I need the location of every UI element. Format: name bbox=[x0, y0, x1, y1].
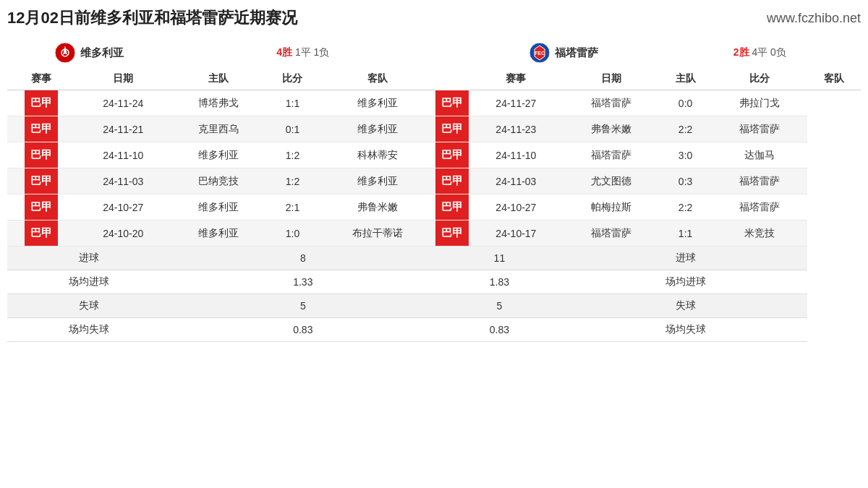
stat-right-label: 进球 bbox=[563, 247, 807, 270]
website-url: www.fczhibo.net bbox=[767, 11, 861, 26]
left-match-home: 维多利亚 bbox=[171, 194, 265, 221]
right-match-away: 福塔雷萨 bbox=[712, 168, 807, 194]
match-row: 巴甲24-11-10维多利亚1:2科林蒂安巴甲24-11-10福塔雷萨3:0达伽… bbox=[7, 142, 861, 168]
right-match-score: 0:0 bbox=[659, 90, 712, 116]
left-col-score: 比分 bbox=[265, 68, 319, 90]
left-event-label: 巴甲 bbox=[25, 221, 58, 246]
match-row: 巴甲24-11-03巴纳竞技1:2维多利亚巴甲24-11-03尤文图德0:3福塔… bbox=[7, 168, 861, 194]
left-match-date: 24-10-27 bbox=[75, 194, 171, 221]
right-match-date: 24-11-27 bbox=[469, 90, 564, 116]
left-record-draw: 1平 bbox=[295, 46, 311, 58]
left-event-badge: 巴甲 bbox=[7, 90, 75, 116]
left-event-label: 巴甲 bbox=[25, 116, 58, 142]
right-team-name: 福塔雷萨 bbox=[555, 46, 598, 60]
left-match-home: 博塔弗戈 bbox=[171, 90, 265, 116]
right-col-away: 客队 bbox=[807, 68, 861, 90]
right-event-label: 巴甲 bbox=[435, 116, 469, 142]
right-col-match: 赛事 bbox=[469, 68, 564, 90]
left-match-home: 巴纳竞技 bbox=[171, 168, 265, 194]
left-record-win: 4胜 bbox=[276, 46, 292, 58]
right-match-away: 达伽马 bbox=[712, 142, 807, 168]
right-event-badge: 巴甲 bbox=[435, 168, 469, 194]
stat-right-label: 失球 bbox=[563, 294, 807, 318]
left-match-away: 科林蒂安 bbox=[319, 142, 435, 168]
right-event-badge: 巴甲 bbox=[435, 221, 469, 247]
right-match-away: 米竞技 bbox=[712, 221, 807, 247]
right-match-score: 3:0 bbox=[659, 142, 712, 168]
left-event-label: 巴甲 bbox=[25, 168, 58, 194]
left-match-home: 维多利亚 bbox=[171, 221, 265, 247]
right-match-date: 24-10-17 bbox=[469, 221, 564, 247]
left-match-score: 2:1 bbox=[265, 194, 319, 221]
right-record-draw: 4平 bbox=[752, 46, 767, 58]
left-event-badge: 巴甲 bbox=[7, 142, 75, 168]
right-match-date: 24-11-23 bbox=[469, 116, 564, 142]
stat-left-label: 场均进球 bbox=[7, 270, 171, 294]
right-event-badge: 巴甲 bbox=[435, 90, 469, 116]
left-match-home: 维多利亚 bbox=[171, 142, 265, 168]
right-event-badge: 巴甲 bbox=[435, 194, 469, 221]
stat-left-value: 1.33 bbox=[171, 270, 435, 294]
fortaleza-logo: FEC bbox=[529, 42, 550, 64]
right-match-score: 1:1 bbox=[659, 221, 712, 247]
left-event-label: 巴甲 bbox=[25, 194, 58, 220]
left-match-away: 弗鲁米嫩 bbox=[319, 194, 435, 221]
right-event-label: 巴甲 bbox=[435, 90, 469, 116]
left-match-score: 1:2 bbox=[265, 142, 319, 168]
left-match-score: 1:1 bbox=[265, 90, 319, 116]
header: 12月02日前维多利亚和福塔雷萨近期赛况 www.fczhibo.net bbox=[7, 7, 861, 29]
left-event-badge: 巴甲 bbox=[7, 194, 75, 221]
match-row: 巴甲24-11-24博塔弗戈1:1维多利亚巴甲24-11-27福塔雷萨0:0弗拉… bbox=[7, 90, 861, 116]
right-match-home: 福塔雷萨 bbox=[563, 142, 658, 168]
vitoria-logo bbox=[54, 42, 76, 64]
right-event-badge: 巴甲 bbox=[435, 116, 469, 142]
left-match-score: 0:1 bbox=[265, 116, 319, 142]
team-header-row: 维多利亚 4胜 1平 1负 F bbox=[7, 38, 861, 68]
stat-right-value: 5 bbox=[435, 294, 564, 318]
svg-text:FEC: FEC bbox=[535, 51, 545, 56]
right-match-date: 24-11-10 bbox=[469, 142, 564, 168]
right-match-away: 福塔雷萨 bbox=[712, 194, 807, 221]
left-col-date: 日期 bbox=[75, 68, 171, 90]
stat-right-value: 1.83 bbox=[435, 270, 564, 294]
left-match-score: 1:0 bbox=[265, 221, 319, 247]
right-event-label: 巴甲 bbox=[435, 142, 469, 168]
stat-right-label: 场均失球 bbox=[563, 318, 807, 342]
right-event-label: 巴甲 bbox=[435, 194, 469, 220]
left-match-date: 24-11-10 bbox=[75, 142, 171, 168]
stats-row: 场均失球0.830.83场均失球 bbox=[7, 318, 861, 342]
right-event-badge: 巴甲 bbox=[435, 142, 469, 168]
column-header-row: 赛事 日期 主队 比分 客队 赛事 日期 主队 比分 客队 bbox=[7, 68, 861, 90]
right-team-header: FEC 福塔雷萨 bbox=[472, 42, 656, 64]
stat-right-value: 0.83 bbox=[435, 318, 564, 342]
right-event-label: 巴甲 bbox=[435, 221, 469, 246]
left-match-away: 维多利亚 bbox=[319, 168, 435, 194]
left-match-away: 维多利亚 bbox=[319, 116, 435, 142]
right-event-label: 巴甲 bbox=[435, 168, 469, 194]
page-title: 12月02日前维多利亚和福塔雷萨近期赛况 bbox=[7, 7, 297, 29]
stats-row: 进球811进球 bbox=[7, 247, 861, 270]
left-col-away: 客队 bbox=[319, 68, 435, 90]
left-match-home: 克里西乌 bbox=[171, 116, 265, 142]
stats-row: 失球55失球 bbox=[7, 294, 861, 318]
stat-left-value: 0.83 bbox=[171, 318, 435, 342]
stat-left-value: 8 bbox=[171, 247, 435, 270]
right-record-win: 2胜 bbox=[733, 46, 749, 58]
left-event-badge: 巴甲 bbox=[7, 116, 75, 142]
left-event-badge: 巴甲 bbox=[7, 221, 75, 247]
right-match-score: 0:3 bbox=[659, 168, 712, 194]
right-record-loss: 0负 bbox=[770, 46, 786, 58]
left-team-header: 维多利亚 bbox=[10, 42, 168, 64]
left-record-loss: 1负 bbox=[314, 46, 330, 58]
match-row: 巴甲24-10-27维多利亚2:1弗鲁米嫩巴甲24-10-27帕梅拉斯2:2福塔… bbox=[7, 194, 861, 221]
left-match-away: 维多利亚 bbox=[319, 90, 435, 116]
left-match-score: 1:2 bbox=[265, 168, 319, 194]
right-col-date: 日期 bbox=[563, 68, 658, 90]
left-match-date: 24-11-24 bbox=[75, 90, 171, 116]
right-match-home: 帕梅拉斯 bbox=[563, 194, 658, 221]
stat-left-label: 失球 bbox=[7, 294, 171, 318]
stat-left-label: 场均失球 bbox=[7, 318, 171, 342]
stats-row: 场均进球1.331.83场均进球 bbox=[7, 270, 861, 294]
left-event-badge: 巴甲 bbox=[7, 168, 75, 194]
right-match-home: 福塔雷萨 bbox=[563, 90, 658, 116]
